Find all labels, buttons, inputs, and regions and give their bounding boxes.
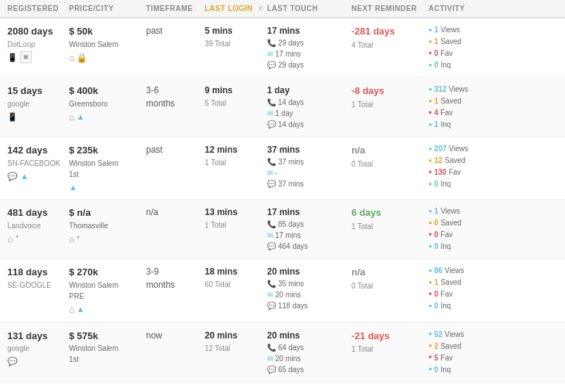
lasttouch-chat: 💬 14 days xyxy=(267,119,351,130)
saved-count: 2 xyxy=(434,341,439,352)
activity-views: ● 52 Views xyxy=(429,329,564,341)
price-city: Winston Salem1st xyxy=(69,158,146,180)
saved-label: Saved xyxy=(445,155,465,167)
phone-icon: 📞 xyxy=(267,219,276,230)
table-row: 15 days google 📱 $ 400k Greensboro ⌂▲ 3-… xyxy=(0,78,565,137)
saved-icon: ● xyxy=(429,156,432,166)
inq-icon: ● xyxy=(429,242,432,252)
price-icons: ▲ xyxy=(69,181,146,194)
lasttouch-time: 1 day xyxy=(267,85,290,95)
registered-source: google xyxy=(7,343,69,354)
reminder-days: n/a xyxy=(351,266,365,277)
reminder-days: -281 days xyxy=(351,26,395,37)
registered-icons: 📱▣ xyxy=(7,51,69,64)
saved-count: 1 xyxy=(434,277,439,288)
main-table: REGISTERED PRICE/CITY TIMEFRAME LAST LOG… xyxy=(0,0,565,382)
lasttouch-phone: 📞 37 mins xyxy=(267,156,351,167)
registered-days: 481 days xyxy=(7,206,69,220)
table-header: REGISTERED PRICE/CITY TIMEFRAME LAST LOG… xyxy=(0,0,565,18)
header-activity[interactable]: ACTIVITY xyxy=(429,4,564,12)
inq-label: Inq xyxy=(440,59,451,71)
lastlogin-time: 13 mins xyxy=(205,207,238,217)
lasttouch-phone: 📞 35 mins xyxy=(267,278,351,289)
email-icon: ✉ xyxy=(267,108,273,119)
table-row: 131 days google 💬 $ 575k Winston Salem1s… xyxy=(0,323,565,382)
cell-price: $ 400k Greensboro ⌂▲ xyxy=(69,84,146,124)
price-city: Winston Salem xyxy=(69,39,146,50)
header-price[interactable]: PRICE/CITY xyxy=(69,4,146,12)
cell-registered: 142 days SN-FACEBOOK 💬▲ xyxy=(3,143,69,182)
cell-price: $ n/a Thomasville ⌂* xyxy=(69,206,146,246)
registered-days: 15 days xyxy=(7,84,69,98)
cell-timeframe: past xyxy=(146,143,205,156)
lasttouch-phone-val: 85 days xyxy=(278,219,304,230)
email-icon: ✉ xyxy=(267,353,273,364)
price-amount: $ 270k xyxy=(69,266,98,277)
cell-price: $ 575k Winston Salem1st xyxy=(69,329,146,367)
home-icon: ⌂ xyxy=(69,51,74,65)
lasttouch-email: ✉ 17 mins xyxy=(267,48,351,59)
price-icons: ⌂🔒 xyxy=(69,51,146,65)
phone-icon: 📞 xyxy=(267,37,276,48)
cell-registered: 481 days Landvoice ⌂* xyxy=(3,206,69,246)
phone-icon: 📞 xyxy=(267,278,276,289)
lasttouch-phone-val: 64 days xyxy=(278,342,304,353)
lasttouch-phone-val: 37 mins xyxy=(278,156,304,167)
lastlogin-total: 12 Total xyxy=(205,344,230,352)
reminder-total: 0 Total xyxy=(351,160,373,168)
activity-fav: ♥ 5 Fav xyxy=(429,352,564,364)
reminder-total: 1 Total xyxy=(351,345,373,353)
table-body: 2080 days DotLoop 📱▣ $ 50k Winston Salem… xyxy=(0,18,565,382)
activity-views: ● 312 Views xyxy=(429,84,564,95)
lastlogin-time: 20 mins xyxy=(205,330,238,341)
views-count: 207 xyxy=(434,143,447,155)
registered-source: SN-FACEBOOK xyxy=(7,158,69,169)
lasttouch-phone: 📞 64 days xyxy=(267,342,351,353)
cell-registered: 15 days google 📱 xyxy=(3,84,69,123)
activity-views: ● 1 Views xyxy=(429,24,564,36)
timeframe-value: past xyxy=(146,145,163,155)
lasttouch-email-val: 17 mins xyxy=(275,230,301,241)
activity-inq: ● 0 Inq xyxy=(429,300,564,312)
mobile-icon: 📱 xyxy=(7,51,18,64)
lasttouch-email-val: 1 day xyxy=(275,108,293,119)
activity-inq: ● 0 Inq xyxy=(429,178,564,190)
header-timeframe[interactable]: TIMEFRAME xyxy=(146,4,205,12)
registered-days: 118 days xyxy=(7,265,69,280)
views-icon: ● xyxy=(429,266,432,276)
header-registered[interactable]: REGISTERED xyxy=(3,4,69,12)
fav-label: Fav xyxy=(440,288,453,300)
header-nextreminder[interactable]: NEXT REMINDER xyxy=(351,4,429,12)
lasttouch-email: ✉ 1 day xyxy=(267,108,351,119)
lasttouch-email-val: 17 mins xyxy=(275,48,301,59)
header-lastlogin[interactable]: LAST LOGIN ▼ xyxy=(205,4,267,12)
price-city: Winston Salem1st xyxy=(69,343,146,365)
activity-fav: ♥ 4 Fav xyxy=(429,107,564,119)
views-icon: ● xyxy=(429,145,432,154)
cell-lastlogin: 5 mins 39 Total xyxy=(205,24,267,50)
fav-count: 4 xyxy=(434,107,439,119)
activity-inq: ● 1 Inq xyxy=(429,119,564,131)
registered-source: DotLoop xyxy=(7,39,69,50)
lasttouch-phone: 📞 85 days xyxy=(267,219,351,230)
lastlogin-total: 60 Total xyxy=(205,280,230,288)
lasttouch-phone: 📞 29 days xyxy=(267,37,351,48)
desktop-icon: ▣ xyxy=(21,51,32,64)
cell-lasttouch: 1 day 📞 14 days ✉ 1 day 💬 14 days xyxy=(267,84,351,130)
lastlogin-time: 12 mins xyxy=(205,145,238,155)
header-lasttouch[interactable]: LAST TOUCH xyxy=(267,4,351,12)
lasttouch-chat: 💬 464 days xyxy=(267,241,351,252)
fav-count: 0 xyxy=(434,288,439,300)
chat-touch-icon: 💬 xyxy=(267,300,276,311)
cell-registered: 2080 days DotLoop 📱▣ xyxy=(3,24,69,63)
registered-icons: 💬 xyxy=(7,355,69,368)
registered-days: 142 days xyxy=(7,143,69,158)
saved-icon: ● xyxy=(429,219,432,228)
views-label: Views xyxy=(440,206,460,217)
price-amount: $ 575k xyxy=(69,330,98,341)
reminder-total: 1 Total xyxy=(351,101,373,109)
lock-icon: 🔒 xyxy=(76,51,87,65)
views-count: 52 xyxy=(434,329,442,341)
cell-lastlogin: 13 mins 1 Total xyxy=(205,206,267,231)
lasttouch-chat: 💬 37 mins xyxy=(267,178,351,189)
